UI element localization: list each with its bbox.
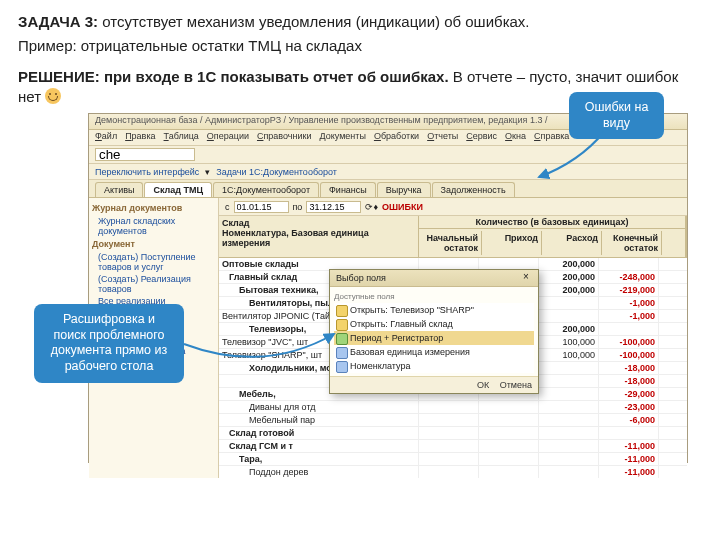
- tab-0[interactable]: Активы: [95, 182, 143, 197]
- menu-Операции[interactable]: Операции: [207, 131, 249, 144]
- menu-Окна[interactable]: Окна: [505, 131, 526, 144]
- sidebar-item[interactable]: Журнал складских документов: [92, 215, 215, 237]
- callout-errors-visible: Ошибки на виду: [569, 92, 664, 139]
- tab-4[interactable]: Выручка: [377, 182, 431, 197]
- menu-Справочники[interactable]: Справочники: [257, 131, 312, 144]
- menu-Правка[interactable]: Правка: [125, 131, 155, 144]
- date-from[interactable]: [234, 201, 289, 213]
- close-icon[interactable]: ×: [520, 272, 532, 284]
- ok-button[interactable]: ОК: [477, 380, 489, 390]
- date-to[interactable]: [306, 201, 361, 213]
- toolbar[interactable]: [89, 146, 687, 164]
- field-picker-popup[interactable]: Выбор поля × Доступные поля Открыть: Тел…: [329, 269, 539, 394]
- menu-Таблица[interactable]: Таблица: [164, 131, 199, 144]
- popup-title: Выбор поля: [336, 273, 386, 283]
- popup-item[interactable]: Базовая единица измерения: [334, 345, 534, 359]
- menu-Сервис[interactable]: Сервис: [466, 131, 497, 144]
- switch-ui-link[interactable]: Переключить интерфейс: [95, 167, 199, 177]
- tabs[interactable]: АктивыСклад ТМЦ1С:ДокументооборотФинансы…: [89, 180, 687, 198]
- tab-2[interactable]: 1С:Документооборот: [213, 182, 319, 197]
- menu-Отчеты[interactable]: Отчеты: [427, 131, 458, 144]
- table-row[interactable]: Диваны для отд-23,000: [219, 401, 687, 414]
- callout-drilldown: Расшифровка и поиск проблемного документ…: [34, 304, 184, 383]
- app-window: Демонстрационная база / АдминистраторРЗ …: [88, 113, 688, 463]
- tab-1[interactable]: Склад ТМЦ: [144, 182, 212, 197]
- menu-Документы[interactable]: Документы: [320, 131, 366, 144]
- tab-3[interactable]: Финансы: [320, 182, 376, 197]
- popup-item[interactable]: Открыть: Главный склад: [334, 317, 534, 331]
- menu-Файл[interactable]: Файл: [95, 131, 117, 144]
- task-title: ЗАДАЧА 3: отсутствует механизм уведомлен…: [18, 12, 702, 32]
- refresh-icon[interactable]: ⟳♦: [365, 202, 378, 212]
- menu-Обработки[interactable]: Обработки: [374, 131, 419, 144]
- popup-item[interactable]: Открыть: Телевизор "SHARP": [334, 303, 534, 317]
- table-row[interactable]: Склад готовой: [219, 427, 687, 440]
- table-row[interactable]: Склад ГСМ и т-11,000: [219, 440, 687, 453]
- menu-Справка[interactable]: Справка: [534, 131, 569, 144]
- smile-icon: [45, 88, 61, 104]
- search-input[interactable]: [95, 148, 195, 161]
- table-row[interactable]: Тара,-11,000: [219, 453, 687, 466]
- date-bar[interactable]: с по ⟳♦ ОШИБКИ: [219, 198, 687, 216]
- popup-item[interactable]: Период + Регистратор: [334, 331, 534, 345]
- toolbar2[interactable]: Переключить интерфейс ▾ Задачи 1С:Докуме…: [89, 164, 687, 180]
- sidebar-group: Документ: [92, 239, 215, 249]
- tab-5[interactable]: Задолженность: [432, 182, 515, 197]
- popup-section: Доступные поля: [334, 292, 534, 301]
- cancel-button[interactable]: Отмена: [500, 380, 532, 390]
- popup-item[interactable]: Номенклатура: [334, 359, 534, 373]
- table-row[interactable]: Поддон дерев-11,000: [219, 466, 687, 478]
- task-example: Пример: отрицательные остатки ТМЦ на скл…: [18, 36, 702, 56]
- docflow-link[interactable]: Задачи 1С:Документооборот: [216, 167, 337, 177]
- sidebar-group: Журнал документов: [92, 203, 215, 213]
- sidebar-item[interactable]: (Создать) Поступление товаров и услуг: [92, 251, 215, 273]
- errors-label: ОШИБКИ: [382, 202, 423, 212]
- table-row[interactable]: Мебельный пар-6,000: [219, 414, 687, 427]
- sidebar-item[interactable]: (Создать) Реализация товаров: [92, 273, 215, 295]
